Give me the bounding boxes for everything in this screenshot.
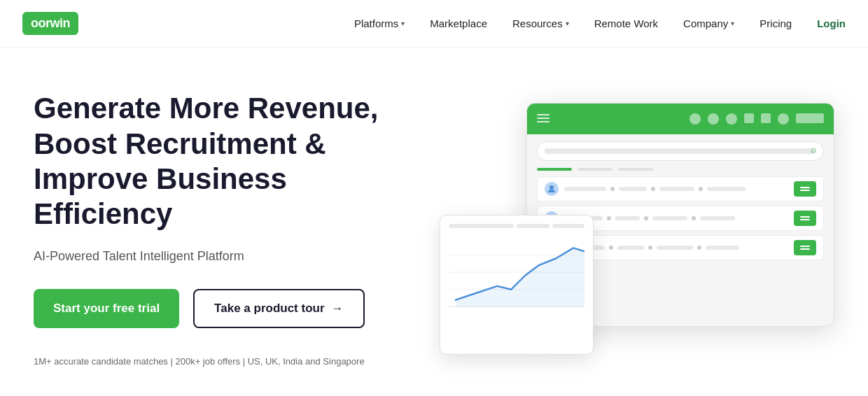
ui-tab-2[interactable] (618, 168, 653, 171)
ui-tabs (527, 165, 834, 171)
row-content (564, 187, 788, 191)
ui-topbar (527, 104, 834, 134)
table-row (537, 176, 824, 201)
nav-link-pricing[interactable]: Pricing (760, 17, 792, 29)
btn-lines-icon (800, 187, 810, 191)
row-line (615, 216, 640, 220)
grid-icon (744, 113, 754, 123)
row-action-button[interactable] (794, 240, 816, 255)
nav-item-platforms[interactable]: Platforms ▾ (354, 17, 405, 29)
chart-area (449, 224, 584, 346)
row-dot (699, 187, 703, 191)
chart-bar-line (449, 224, 514, 228)
stats-bar: 1M+ accurate candidate matches | 200k+ j… (34, 356, 398, 367)
row-line (619, 187, 647, 191)
ui-window-small (440, 215, 594, 355)
nav-item-pricing[interactable]: Pricing (760, 17, 792, 29)
ui-search-bar[interactable]: ⌕ (537, 141, 824, 161)
row-dot (697, 246, 701, 250)
ui-tab-active[interactable] (537, 168, 572, 171)
row-line (707, 187, 746, 191)
nav-link-platforms[interactable]: Platforms ▾ (354, 17, 405, 29)
settings-icon (761, 113, 771, 123)
ui-tab-1[interactable] (578, 168, 612, 171)
chevron-down-icon: ▾ (731, 20, 734, 27)
chart-bar-line (552, 224, 585, 228)
menu-icon (537, 114, 550, 124)
row-dot (651, 187, 655, 191)
btn-lines-icon (800, 246, 810, 250)
line-chart (449, 234, 584, 318)
row-dot (648, 246, 652, 250)
svg-marker-7 (456, 248, 584, 306)
search-cursor-icon: ⌕ (811, 143, 816, 155)
chevron-down-icon: ▾ (401, 20, 405, 27)
nav-link-remote-work[interactable]: Remote Work (594, 17, 658, 29)
plus-icon (708, 113, 719, 125)
chart-bar-line (517, 224, 550, 228)
account-icon (778, 113, 789, 125)
row-line (700, 216, 735, 220)
row-line (706, 246, 739, 250)
row-dot (609, 246, 613, 250)
svg-point-0 (550, 185, 554, 190)
topbar-icons (690, 113, 824, 125)
row-line (652, 216, 687, 220)
user-icon (726, 113, 737, 125)
hero-illustration: ⌕ (440, 103, 834, 355)
row-line (617, 246, 644, 250)
start-trial-button[interactable]: Start your free trial (34, 289, 179, 328)
chevron-down-icon: ▾ (566, 20, 569, 27)
nav-item-remote-work[interactable]: Remote Work (594, 17, 658, 29)
nav-link-login[interactable]: Login (817, 17, 846, 29)
row-dot (644, 216, 648, 220)
search-icon (690, 113, 701, 125)
hero-text: Generate More Revenue, Boost Recruitment… (34, 91, 398, 367)
row-dot (607, 216, 611, 220)
ui-search-area: ⌕ (527, 134, 834, 165)
nav-item-resources[interactable]: Resources ▾ (512, 17, 569, 29)
row-content (564, 216, 788, 220)
row-line (657, 246, 693, 250)
hero-section: Generate More Revenue, Boost Recruitment… (0, 48, 868, 396)
row-action-button[interactable] (794, 181, 816, 197)
avatar (545, 182, 559, 196)
product-tour-button[interactable]: Take a product tour → (193, 289, 364, 328)
hero-subtext: AI-Powered Talent Intelligent Platform (34, 249, 398, 264)
row-content (564, 246, 788, 250)
row-line (659, 187, 694, 191)
row-line (564, 187, 606, 191)
chart-header-lines (449, 224, 584, 228)
nav-item-login[interactable]: Login (817, 17, 846, 29)
hero-headline: Generate More Revenue, Boost Recruitment… (34, 91, 398, 232)
nav-item-marketplace[interactable]: Marketplace (430, 17, 487, 29)
nav-link-resources[interactable]: Resources ▾ (512, 17, 569, 29)
navbar: oorwin Platforms ▾ Marketplace Resources… (0, 0, 868, 48)
nav-item-company[interactable]: Company ▾ (683, 17, 734, 29)
row-action-button[interactable] (794, 211, 816, 226)
nav-link-marketplace[interactable]: Marketplace (430, 17, 487, 29)
nav-link-company[interactable]: Company ▾ (683, 17, 734, 29)
arrow-icon: → (332, 302, 344, 316)
logo[interactable]: oorwin (22, 12, 78, 35)
row-dot (610, 187, 615, 191)
nav-links: Platforms ▾ Marketplace Resources ▾ Remo… (354, 17, 846, 29)
row-dot (692, 216, 696, 220)
search-inner-bar (545, 148, 816, 154)
menu-btn-icon (796, 113, 824, 123)
btn-lines-icon (800, 216, 810, 220)
hero-buttons: Start your free trial Take a product tou… (34, 289, 398, 328)
